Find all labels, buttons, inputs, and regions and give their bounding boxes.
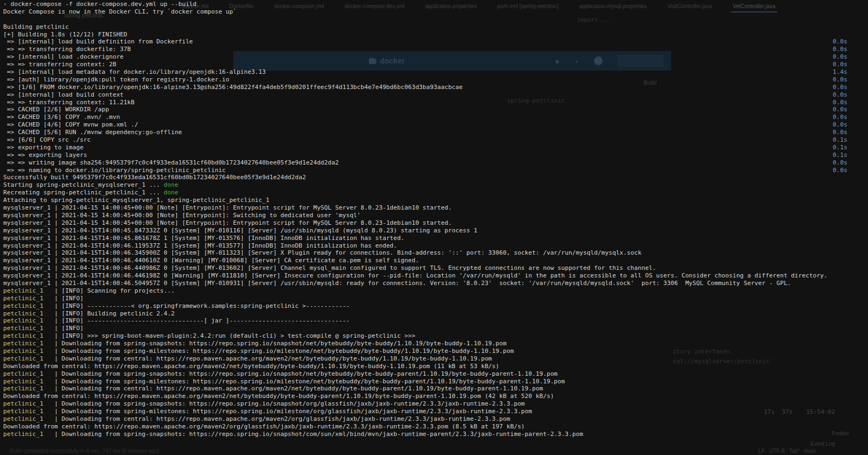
terminal-line: petclinic_1 | Downloading from spring-mi… bbox=[3, 408, 868, 415]
terminal-line: => [6/6] COPY src ./src0.1s bbox=[3, 136, 868, 144]
terminal-line: => => naming to docker.io/library/spring… bbox=[3, 167, 868, 174]
terminal-line bbox=[3, 16, 868, 23]
step-duration: 0.1s bbox=[833, 151, 847, 159]
terminal-line: Docker Compose is now in the Docker CLI,… bbox=[3, 8, 868, 16]
terminal-line: [+] Building 1.8s (12/12) FINISHED bbox=[3, 31, 868, 39]
terminal-line: mysqlserver_1 | 2021-04-15T14:00:46.4409… bbox=[3, 264, 868, 272]
step-duration: 0.0s bbox=[833, 38, 847, 46]
step-duration: 0.0s bbox=[833, 159, 847, 167]
terminal-line: petclinic_1 | [INFO] bbox=[3, 325, 868, 332]
step-duration: 0.0s bbox=[833, 91, 847, 99]
terminal-line: => CACHED [2/6] WORKDIR /app0.0s bbox=[3, 106, 868, 113]
terminal-line: Downloaded from central: https://repo.ma… bbox=[3, 363, 868, 370]
terminal-line: => [internal] load .dockerignore0.0s bbox=[3, 53, 868, 61]
step-duration: 0.0s bbox=[833, 53, 847, 61]
terminal-line: petclinic_1 | [INFO] >>> spring-boot-mav… bbox=[3, 332, 868, 340]
prompt-icon: › bbox=[3, 1, 10, 8]
terminal-line: => CACHED [5/6] RUN ./mvnw dependency:go… bbox=[3, 129, 868, 136]
terminal-line: => [internal] load metadata for docker.i… bbox=[3, 68, 868, 76]
step-duration: 0.1s bbox=[833, 136, 847, 144]
terminal-line: petclinic_1 | [INFO] -------------------… bbox=[3, 317, 868, 325]
terminal-line: Successfully built 9495379f7c0c4f933eda1… bbox=[3, 174, 868, 181]
terminal-output[interactable]: › docker-compose -f docker-compose.dev.y… bbox=[0, 0, 868, 455]
terminal-line: mysqlserver_1 | 2021-04-15 14:00:45+00:0… bbox=[3, 204, 868, 212]
terminal-line: => CACHED [4/6] COPY mvnw pom.xml ./0.0s bbox=[3, 121, 868, 129]
step-duration: 0.1s bbox=[833, 144, 847, 151]
step-duration: 0.0s bbox=[833, 84, 847, 91]
terminal-line: petclinic_1 | Downloading from central: … bbox=[3, 385, 868, 393]
terminal-line: mysqlserver_1 | 2021-04-15T14:00:45.8616… bbox=[3, 235, 868, 242]
terminal-line: => [internal] load build context0.0s bbox=[3, 91, 868, 99]
terminal-line: petclinic_1 | [INFO] Building petclinic … bbox=[3, 310, 868, 318]
terminal-line: => => writing image sha256:9495379f7c0c4… bbox=[3, 159, 868, 167]
terminal-line: petclinic_1 | Downloading from central: … bbox=[3, 415, 868, 423]
step-duration: 0.0s bbox=[833, 121, 847, 129]
terminal-line: mysqlserver_1 | 2021-04-15T14:00:46.4406… bbox=[3, 257, 868, 264]
step-duration: 1.4s bbox=[833, 68, 847, 76]
step-duration: 0.0s bbox=[833, 113, 847, 121]
terminal-line: petclinic_1 | [INFO] bbox=[3, 295, 868, 302]
terminal-line: petclinic_1 | Downloading from spring-sn… bbox=[3, 400, 868, 408]
step-duration: 0.0s bbox=[833, 46, 847, 53]
terminal-line: petclinic_1 | Downloading from spring-mi… bbox=[3, 378, 868, 386]
terminal-line: Downloaded from central: https://repo.ma… bbox=[3, 393, 868, 400]
terminal-line: => CACHED [3/6] COPY .mvn/ .mvn0.0s bbox=[3, 113, 868, 121]
terminal-line: mysqlserver_1 | 2021-04-15T14:00:46.5049… bbox=[3, 280, 868, 287]
step-duration: 0.0s bbox=[833, 167, 847, 174]
step-duration: 0.0s bbox=[833, 61, 847, 68]
terminal-line: petclinic_1 | Downloading from spring-mi… bbox=[3, 347, 868, 355]
screen: { "terminal": { "prompt_symbol": "›", "d… bbox=[0, 0, 868, 455]
terminal-line: mysqlserver_1 | 2021-04-15 14:00:45+00:0… bbox=[3, 219, 868, 227]
step-duration: 0.0s bbox=[833, 106, 847, 113]
terminal-line: Building petclinic bbox=[3, 23, 868, 31]
terminal-line: petclinic_1 | Downloading from spring-sn… bbox=[3, 370, 868, 378]
terminal-line: petclinic_1 | Downloading from spring-sn… bbox=[3, 431, 868, 438]
terminal-line: => => transferring context: 2B0.0s bbox=[3, 61, 868, 68]
terminal-line: mysqlserver_1 | 2021-04-15T14:00:46.4461… bbox=[3, 272, 868, 280]
terminal-line: petclinic_1 | Downloading from central: … bbox=[3, 355, 868, 363]
step-duration: 0.0s bbox=[833, 129, 847, 136]
terminal-line: › docker-compose -f docker-compose.dev.y… bbox=[3, 1, 868, 8]
terminal-line: => [auth] library/openjdk:pull token for… bbox=[3, 76, 868, 84]
terminal-line: mysqlserver_1 | 2021-04-15T14:00:45.8473… bbox=[3, 227, 868, 235]
terminal-line: => => exporting layers0.1s bbox=[3, 151, 868, 159]
terminal-line: => => transferring context: 11.21kB0.0s bbox=[3, 99, 868, 106]
terminal-line: => => transferring dockerfile: 37B0.0s bbox=[3, 46, 868, 53]
terminal-line: Downloaded from central: https://repo.ma… bbox=[3, 423, 868, 431]
terminal-line: petclinic_1 | Downloading from spring-sn… bbox=[3, 340, 868, 347]
terminal-line: mysqlserver_1 | 2021-04-15 14:00:45+00:0… bbox=[3, 212, 868, 219]
terminal-line: petclinic_1 | [INFO] ------------< org.s… bbox=[3, 302, 868, 310]
terminal-line: Attaching to spring-petclinic_mysqlserve… bbox=[3, 197, 868, 204]
terminal-line: mysqlserver_1 | 2021-04-15T14:00:46.1195… bbox=[3, 242, 868, 250]
terminal-line: mysqlserver_1 | 2021-04-15T14:00:46.3459… bbox=[3, 249, 868, 257]
terminal-line: Recreating spring-petclinic_petclinic_1 … bbox=[3, 189, 868, 197]
terminal-line: petclinic_1 | [INFO] Scanning for projec… bbox=[3, 287, 868, 295]
terminal-line: => [internal] load build definition from… bbox=[3, 38, 868, 46]
terminal-line: => [1/6] FROM docker.io/library/openjdk:… bbox=[3, 84, 868, 91]
step-duration: 0.0s bbox=[833, 99, 847, 106]
step-duration: 0.0s bbox=[833, 76, 847, 84]
terminal-line: Starting spring-petclinic_mysqlserver_1 … bbox=[3, 181, 868, 189]
terminal-line: => exporting to image0.1s bbox=[3, 144, 868, 151]
